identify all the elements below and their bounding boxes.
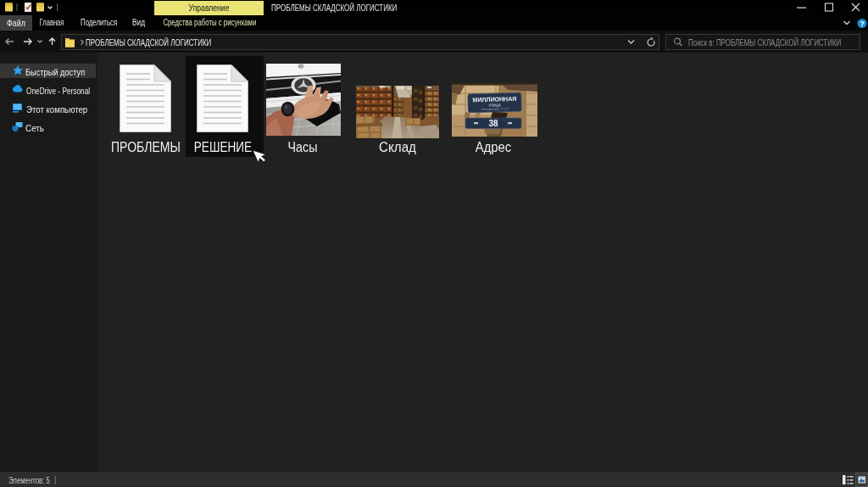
svg-text:УЛИЦА: УЛИЦА xyxy=(488,103,501,107)
svg-text:?: ? xyxy=(860,20,865,28)
svg-text:ПРОХОДИМЦЕВ СТР. 278: ПРОХОДИМЦЕВ СТР. 278 xyxy=(481,107,509,111)
svg-text:38: 38 xyxy=(488,119,498,128)
